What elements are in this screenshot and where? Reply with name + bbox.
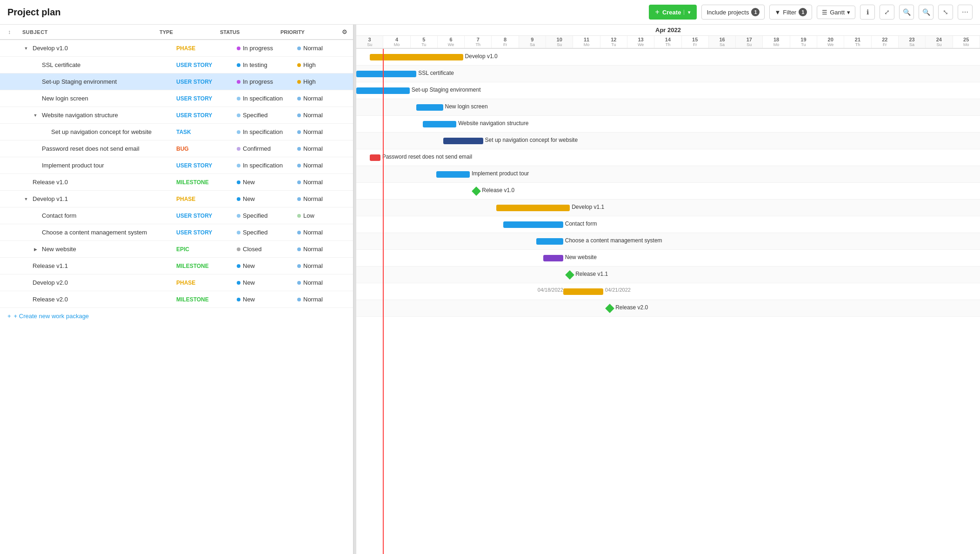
task-row[interactable]: ▼ Website navigation structure USER STOR…: [0, 107, 353, 124]
gantt-bar: [416, 104, 443, 111]
gantt-day: 6We: [438, 36, 465, 48]
priority-dot: [297, 197, 301, 201]
info-button[interactable]: ℹ: [860, 5, 875, 20]
status-dot: [237, 147, 240, 151]
gantt-day: 5Tu: [411, 36, 438, 48]
task-rows: ▼ Develop v1.0 PHASE In progress Normal …: [0, 40, 353, 308]
row-status: Closed: [237, 246, 297, 253]
gantt-row: Develop v1.1: [356, 200, 980, 216]
gantt-day: 4Mo: [383, 36, 410, 48]
gantt-day: 15Fr: [682, 36, 709, 48]
status-dot: [237, 113, 240, 117]
row-toggle-icon[interactable]: ▼: [32, 113, 39, 118]
priority-dot: [297, 214, 301, 218]
task-row[interactable]: Password reset does not send email BUG C…: [0, 140, 353, 157]
sort-icon[interactable]: ↕: [0, 29, 19, 35]
day-name: Sa: [909, 42, 914, 47]
zoom-in-button[interactable]: 🔍: [899, 5, 914, 20]
task-row[interactable]: SSL certificate USER STORY In testing Hi…: [0, 57, 353, 73]
task-row[interactable]: ▼ Develop v1.1 PHASE New Normal: [0, 191, 353, 207]
day-number: 5: [422, 37, 425, 42]
create-work-package-link[interactable]: + + Create new work package: [0, 308, 353, 324]
gantt-day: 17Su: [736, 36, 763, 48]
status-text: In testing: [243, 61, 267, 68]
gantt-bar-label: SSL certificate: [418, 70, 454, 76]
row-type: USER STORY: [176, 213, 237, 219]
task-row[interactable]: ▶ New website EPIC Closed Normal: [0, 241, 353, 258]
row-status: In progress: [237, 78, 297, 85]
more-button[interactable]: ⋯: [958, 5, 973, 20]
day-number: 8: [504, 37, 507, 42]
row-status: Specified: [237, 212, 297, 219]
priority-dot: [297, 298, 301, 301]
row-subject: Set-up Staging environment: [19, 78, 176, 85]
task-row[interactable]: Set-up Staging environment USER STORY In…: [0, 73, 353, 90]
task-row[interactable]: Set up navigation concept for website TA…: [0, 124, 353, 140]
row-subject: ▼ Website navigation structure: [19, 112, 176, 119]
gantt-day: 14Th: [654, 36, 681, 48]
row-subject: Set up navigation concept for website: [19, 128, 176, 135]
status-dot: [237, 197, 240, 201]
priority-dot: [297, 247, 301, 251]
task-row[interactable]: Release v2.0 MILESTONE New Normal: [0, 291, 353, 308]
priority-dot: [297, 47, 301, 50]
priority-text: Normal: [303, 279, 323, 286]
status-dot: [237, 231, 240, 234]
zoom-out-button[interactable]: 🔍: [919, 5, 933, 20]
row-subject-text: SSL certificate: [42, 61, 80, 68]
row-toggle-icon[interactable]: ▶: [32, 247, 39, 252]
priority-text: Normal: [303, 262, 323, 269]
task-row[interactable]: Implement product tour USER STORY In spe…: [0, 157, 353, 174]
priority-text: Normal: [303, 128, 323, 135]
row-subject: Implement product tour: [19, 162, 176, 169]
task-row[interactable]: ▼ Develop v1.0 PHASE In progress Normal: [0, 40, 353, 57]
gantt-icon: ☰: [822, 9, 827, 16]
day-number: 4: [395, 37, 398, 42]
header: Project plan + Create ▾ Include projects…: [0, 0, 980, 25]
task-row[interactable]: Release v1.1 MILESTONE New Normal: [0, 258, 353, 274]
fullscreen-button[interactable]: ⤢: [880, 5, 894, 20]
row-type: TASK: [176, 129, 237, 135]
priority-text: Normal: [303, 229, 323, 236]
row-toggle-icon[interactable]: ▼: [22, 46, 30, 51]
task-list-panel: ↕ SUBJECT TYPE STATUS PRIORITY ⚙ ▼ Devel…: [0, 25, 353, 554]
row-subject: Release v2.0: [19, 296, 176, 303]
task-row[interactable]: New login screen USER STORY In specifica…: [0, 90, 353, 107]
row-toggle-icon[interactable]: ▼: [22, 197, 30, 201]
row-subject-text: Develop v1.1: [33, 195, 68, 202]
row-status: Specified: [237, 229, 297, 236]
gantt-row: New login screen: [356, 99, 980, 116]
row-priority: Low: [297, 212, 353, 219]
gantt-bar: [423, 121, 456, 127]
gantt-row: Password reset does not send email: [356, 149, 980, 166]
filter-button[interactable]: ▼ Filter 1: [769, 5, 812, 20]
day-number: 10: [557, 37, 562, 42]
gantt-body[interactable]: Develop v1.0SSL certificateSet-up Stagin…: [356, 49, 980, 554]
status-dot: [237, 97, 240, 100]
status-text: Closed: [243, 246, 261, 253]
day-number: 11: [584, 37, 589, 42]
task-row[interactable]: Release v1.0 MILESTONE New Normal: [0, 174, 353, 191]
gantt-day: 12Tu: [600, 36, 627, 48]
task-row[interactable]: Choose a content management system USER …: [0, 224, 353, 241]
settings-icon[interactable]: ⚙: [336, 28, 353, 35]
gantt-bar-label: Set up navigation concept for website: [485, 137, 578, 143]
fit-button[interactable]: ⤡: [938, 5, 953, 20]
row-priority: Normal: [297, 229, 353, 236]
gantt-bar-label: Develop v1.1: [572, 204, 604, 210]
row-status: New: [237, 262, 297, 269]
row-status: Specified: [237, 112, 297, 119]
task-row[interactable]: Contact form USER STORY Specified Low: [0, 207, 353, 224]
gantt-button[interactable]: ☰ Gantt ▾: [817, 6, 855, 19]
row-priority: High: [297, 61, 353, 68]
row-subject: Release v1.0: [19, 179, 176, 186]
status-text: Confirmed: [243, 145, 271, 152]
create-button[interactable]: + Create ▾: [649, 5, 697, 20]
task-row[interactable]: Develop v2.0 PHASE New Normal: [0, 274, 353, 291]
status-dot: [237, 180, 240, 184]
day-number: 19: [800, 37, 806, 42]
include-projects-button[interactable]: Include projects 1: [701, 5, 765, 20]
row-status: In specification: [237, 95, 297, 102]
day-number: 18: [773, 37, 779, 42]
gantt-day: 7Th: [465, 36, 492, 48]
